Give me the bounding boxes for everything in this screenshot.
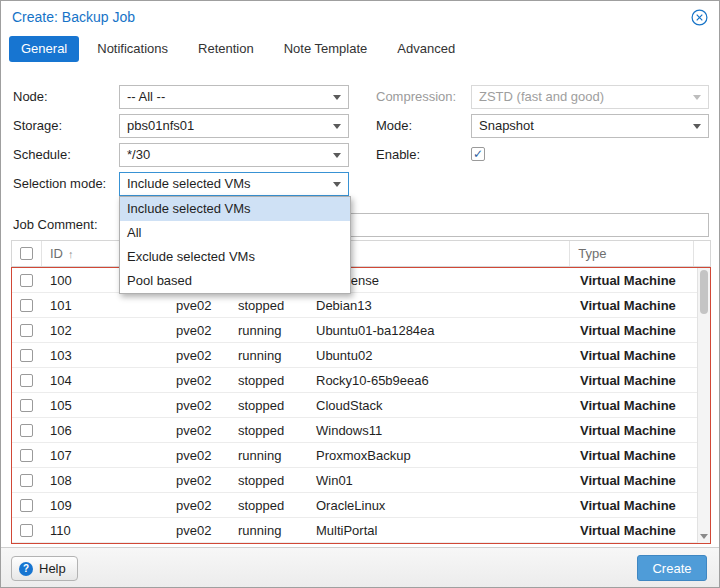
create-button[interactable]: Create: [637, 555, 707, 581]
row-checkbox[interactable]: [20, 349, 33, 362]
close-icon[interactable]: [691, 9, 708, 26]
sort-ascending-icon: ↑: [68, 248, 74, 260]
row-checkbox[interactable]: [20, 449, 33, 462]
mode-value: Snapshot: [479, 118, 534, 133]
node-combo[interactable]: -- All --: [119, 85, 349, 109]
table-row-108[interactable]: 108pve02stoppedWin01Virtual Machine: [12, 468, 710, 493]
compression-value: ZSTD (fast and good): [479, 89, 604, 104]
row-checkbox[interactable]: [20, 274, 33, 287]
cell-id: 110: [42, 523, 168, 538]
select-all-checkbox[interactable]: [20, 247, 33, 260]
table-row-102[interactable]: 102pve02runningUbuntu01-ba1284eaVirtual …: [12, 318, 710, 343]
table-row-105[interactable]: 105pve02stoppedCloudStackVirtual Machine: [12, 393, 710, 418]
storage-combo[interactable]: pbs01nfs01: [119, 114, 349, 138]
selection-mode-combo[interactable]: Include selected VMs: [119, 172, 349, 196]
row-checkbox[interactable]: [20, 474, 33, 487]
node-value: -- All --: [127, 89, 165, 104]
cell-node: pve02: [168, 498, 230, 513]
cell-name: MultiPortal: [308, 523, 572, 538]
dialog-footer: ? Help Create: [1, 547, 719, 587]
cell-name: Rocky10-65b9eea6: [308, 373, 572, 388]
cell-name: OracleLinux: [308, 498, 572, 513]
cell-status: stopped: [230, 423, 308, 438]
selection-mode-label: Selection mode:: [13, 176, 106, 192]
dropdown-option-include-selected-vms[interactable]: Include selected VMs: [120, 197, 350, 221]
row-checkbox[interactable]: [20, 499, 33, 512]
cell-type: Virtual Machine: [572, 473, 696, 488]
schedule-label: Schedule:: [13, 147, 71, 163]
cell-name: Ubuntu02: [308, 348, 572, 363]
chevron-down-icon: [333, 182, 341, 187]
help-icon: ?: [19, 562, 33, 576]
cell-type: Virtual Machine: [572, 423, 696, 438]
row-checkbox[interactable]: [20, 299, 33, 312]
cell-node: pve02: [168, 423, 230, 438]
row-select-cell: [12, 524, 42, 537]
dialog-title: Create: Backup Job: [12, 9, 135, 25]
row-checkbox[interactable]: [20, 324, 33, 337]
row-select-cell: [12, 349, 42, 362]
chevron-down-icon: [693, 95, 701, 100]
cell-status: stopped: [230, 398, 308, 413]
cell-status: running: [230, 348, 308, 363]
schedule-combo[interactable]: */30: [119, 143, 349, 167]
cell-node: pve02: [168, 398, 230, 413]
vm-table-body: 100pve02runningOPNsenseVirtual Machine10…: [11, 267, 711, 544]
tab-bar: GeneralNotificationsRetentionNote Templa…: [9, 34, 711, 62]
header-type[interactable]: Type: [570, 241, 694, 266]
enable-label: Enable:: [376, 147, 420, 163]
dropdown-option-pool-based[interactable]: Pool based: [120, 269, 350, 293]
cell-id: 102: [42, 323, 168, 338]
cell-name: Debian13: [308, 298, 572, 313]
cell-type: Virtual Machine: [572, 373, 696, 388]
scroll-down-icon[interactable]: [700, 534, 708, 539]
row-select-cell: [12, 324, 42, 337]
cell-type: Virtual Machine: [572, 298, 696, 313]
scrollbar-thumb[interactable]: [700, 270, 708, 314]
table-row-103[interactable]: 103pve02runningUbuntu02Virtual Machine: [12, 343, 710, 368]
cell-status: stopped: [230, 298, 308, 313]
chevron-down-icon: [333, 95, 341, 100]
job-comment-label: Job Comment:: [13, 217, 98, 233]
row-checkbox[interactable]: [20, 524, 33, 537]
row-checkbox[interactable]: [20, 399, 33, 412]
header-check-cell: [12, 241, 42, 266]
table-row-104[interactable]: 104pve02stoppedRocky10-65b9eea6Virtual M…: [12, 368, 710, 393]
tab-general[interactable]: General: [9, 36, 79, 62]
tab-notifications[interactable]: Notifications: [85, 36, 180, 62]
row-select-cell: [12, 449, 42, 462]
cell-name: Windows11: [308, 423, 572, 438]
table-row-106[interactable]: 106pve02stoppedWindows11Virtual Machine: [12, 418, 710, 443]
row-select-cell: [12, 424, 42, 437]
tab-note-template[interactable]: Note Template: [272, 36, 380, 62]
tab-advanced[interactable]: Advanced: [385, 36, 467, 62]
cell-type: Virtual Machine: [572, 348, 696, 363]
table-row-101[interactable]: 101pve02stoppedDebian13Virtual Machine: [12, 293, 710, 318]
dropdown-option-all[interactable]: All: [120, 221, 350, 245]
dialog-titlebar: Create: Backup Job: [1, 1, 719, 33]
table-row-109[interactable]: 109pve02stoppedOracleLinuxVirtual Machin…: [12, 493, 710, 518]
header-id-label: ID: [50, 246, 63, 261]
compression-label: Compression:: [376, 89, 456, 105]
table-row-107[interactable]: 107pve02runningProxmoxBackupVirtual Mach…: [12, 443, 710, 468]
row-checkbox[interactable]: [20, 374, 33, 387]
tab-retention[interactable]: Retention: [186, 36, 266, 62]
cell-node: pve02: [168, 348, 230, 363]
dropdown-option-exclude-selected-vms[interactable]: Exclude selected VMs: [120, 245, 350, 269]
mode-combo[interactable]: Snapshot: [471, 114, 709, 138]
chevron-down-icon: [693, 124, 701, 129]
vm-table-header: ID ↑ Node Status Name Type: [11, 240, 711, 267]
row-select-cell: [12, 274, 42, 287]
table-row-110[interactable]: 110pve02runningMultiPortalVirtual Machin…: [12, 518, 710, 543]
row-checkbox[interactable]: [20, 424, 33, 437]
help-button-label: Help: [39, 561, 66, 576]
cell-type: Virtual Machine: [572, 498, 696, 513]
cell-type: Virtual Machine: [572, 523, 696, 538]
enable-checkbox[interactable]: ✓: [471, 147, 485, 161]
cell-node: pve02: [168, 323, 230, 338]
vertical-scrollbar[interactable]: [697, 268, 710, 543]
help-button[interactable]: ? Help: [11, 556, 78, 581]
table-row-100[interactable]: 100pve02runningOPNsenseVirtual Machine: [12, 268, 710, 293]
cell-node: pve02: [168, 373, 230, 388]
create-backup-job-dialog: Create: Backup Job GeneralNotificationsR…: [0, 0, 720, 588]
